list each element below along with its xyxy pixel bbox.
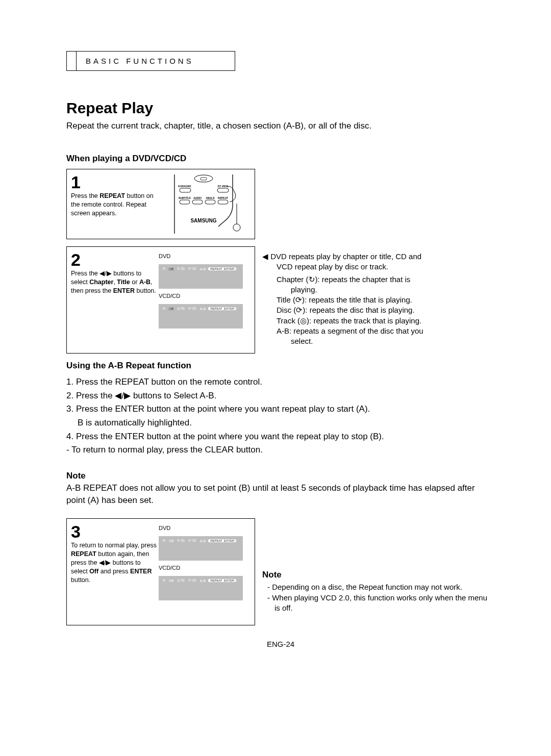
repeat-options-description: ◀ DVD repeats play by chapter or title, … — [255, 246, 495, 346]
step-2-text: Press the ◀/▶ buttons to select Chapter,… — [71, 270, 156, 294]
chapter-icon: ↻ — [309, 275, 315, 284]
osd-vcd: ⟲Off ◎ 01⟳ 01 A-B REPEAT ENTER — [159, 576, 243, 600]
svg-rect-10 — [180, 200, 190, 204]
dvd-label: DVD — [159, 253, 248, 259]
subheading-ab-repeat: Using the A-B Repeat function — [66, 361, 495, 371]
svg-rect-5 — [217, 188, 229, 192]
step-1-text: Press the REPEAT button on the remote co… — [71, 192, 154, 217]
vcd-label: VCD/CD — [159, 565, 248, 571]
title-icon: ⟳ — [295, 295, 302, 304]
svg-text:ANGLE: ANGLE — [206, 196, 215, 199]
list-item: 4. Press the ENTER button at the point w… — [66, 431, 495, 443]
step-3-text: To return to normal play, press REPEAT b… — [71, 542, 157, 584]
vcd-label: VCD/CD — [159, 293, 248, 299]
dvd-label: DVD — [159, 525, 248, 531]
svg-text:SAMSUNG: SAMSUNG — [190, 218, 216, 223]
list-item: - When playing VCD 2.0, this function wo… — [262, 593, 495, 614]
step-number: 2 — [71, 251, 159, 268]
svg-text:SUBTITLE: SUBTITLE — [179, 196, 191, 199]
section-category: BASIC FUNCTIONS — [76, 52, 235, 70]
page-number: ENG-24 — [66, 640, 495, 648]
svg-rect-13 — [218, 200, 228, 204]
note-body: A-B REPEAT does not allow you to set poi… — [66, 482, 495, 507]
svg-text:REPEAT: REPEAT — [218, 196, 228, 199]
svg-text:AUDIO: AUDIO — [193, 196, 202, 199]
track-icon: ◎ — [300, 316, 307, 325]
note-heading: Note — [66, 471, 495, 481]
ab-repeat-steps-list: 1. Press the REPEAT button on the remote… — [66, 376, 495, 457]
page-title: Repeat Play — [66, 99, 495, 117]
list-item: 2. Press the ◀/▶ buttons to Select A-B. — [66, 390, 495, 402]
section-category-box: BASIC FUNCTIONS — [66, 51, 235, 71]
svg-rect-11 — [192, 200, 203, 204]
svg-text:EZ VIEW: EZ VIEW — [218, 185, 229, 188]
step-number: 1 — [71, 173, 159, 191]
remote-illustration: KARAOKE EZ VIEW SUBTITLE AUDIO ANGLE REP… — [165, 173, 242, 235]
step-2-box: 2 Press the ◀/▶ buttons to select Chapte… — [66, 246, 255, 354]
step-number: 3 — [71, 523, 159, 540]
svg-rect-1 — [201, 178, 207, 180]
svg-point-15 — [233, 224, 240, 231]
list-item: B is automatically highlighted. — [66, 417, 495, 430]
osd-dvd: ⟲Off ↻ 01⟳ 01 A-B REPEAT ENTER — [159, 536, 243, 561]
svg-text:KARAOKE: KARAOKE — [178, 185, 191, 188]
osd-dvd: ⟲Off ↻ 01⟳ 01 A-B REPEAT ENTER — [159, 264, 243, 289]
list-item: - Depending on a disc, the Repeat functi… — [262, 582, 495, 592]
step-1-box: 1 Press the REPEAT button on the remote … — [66, 169, 255, 239]
intro-text: Repeat the current track, chapter, title… — [66, 121, 495, 131]
disc-icon: ⟳ — [296, 306, 303, 314]
step-3-box: 3 To return to normal play, press REPEAT… — [66, 518, 255, 625]
svg-point-0 — [194, 175, 213, 182]
svg-rect-3 — [180, 188, 191, 192]
list-item: 1. Press the REPEAT button on the remote… — [66, 376, 495, 389]
list-item: - To return to normal play, press the CL… — [66, 444, 495, 457]
note-list: - Depending on a disc, the Repeat functi… — [262, 582, 495, 613]
note-heading: Note — [262, 569, 495, 581]
list-item: 3. Press the ENTER button at the point w… — [66, 403, 495, 416]
subheading-when-playing: When playing a DVD/VCD/CD — [66, 154, 495, 164]
osd-vcd: ⟲Off ◎ 01⟳ 01 A-B REPEAT ENTER — [159, 304, 243, 329]
svg-rect-12 — [205, 200, 215, 204]
